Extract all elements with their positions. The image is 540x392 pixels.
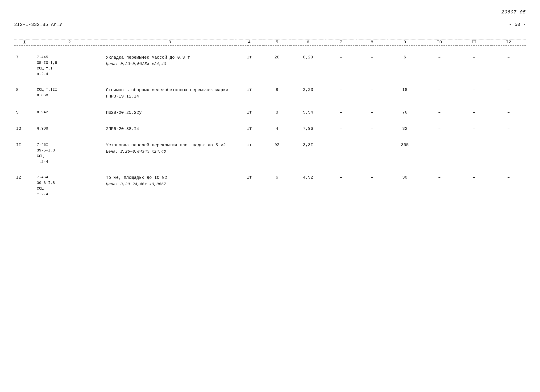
row-col7: –: [325, 124, 356, 134]
row-col11: –: [457, 173, 491, 199]
row-col8: –: [356, 86, 388, 101]
table-row: 8 ССЦ т.III л.868 Стоимость сборных желе…: [14, 86, 526, 101]
row-description: То же, площадью до IO м2 Цена: 3,29+24,4…: [104, 173, 235, 199]
row-col8: –: [356, 173, 388, 199]
table-row: II 7-45I 39-5-I,8 ССЦ т.2-4 Установка па…: [14, 141, 526, 166]
row-col7: –: [325, 53, 356, 78]
row-col7: –: [325, 86, 356, 101]
main-table-container: I 2 3 4 5 6 7: [14, 39, 526, 199]
row-ref: 7-445 38-I0-I,8 ССЦ т.I п.2-4: [35, 53, 104, 78]
col-header-2: 2: [35, 40, 104, 46]
table-row: I2 7-464 39-6-I,8 ССЦ т.2-4 То же, площа…: [14, 173, 526, 199]
row-description: 2ПР6-20.38.I4: [104, 124, 235, 134]
row-description: Установка панелей перекрытия пло- щадью …: [104, 141, 235, 166]
col-header-5: 5: [263, 40, 291, 46]
row-col8: –: [356, 53, 388, 78]
row-col8: –: [356, 141, 388, 166]
table-row: 9 л.942 ПШ28-20.25.22у шт 8 9,54 – – 76 …: [14, 108, 526, 117]
page-number: 20807-05: [14, 10, 526, 15]
column-header-row: I 2 3 4 5 6 7: [14, 40, 526, 46]
row-description: ПШ28-20.25.22у: [104, 108, 235, 117]
col-header-9: 9: [387, 40, 422, 46]
row-col10: –: [422, 124, 457, 134]
row-number: 8: [14, 86, 35, 101]
row-col11: –: [457, 86, 491, 101]
row-price: 0,29: [291, 53, 325, 78]
row-number: 7: [14, 53, 35, 78]
row-qty: 8: [263, 86, 291, 101]
row-price: 4,92: [291, 173, 325, 199]
row-qty: 8: [263, 108, 291, 117]
row-description: Укладка перемычек массой до 0,3 т Цена: …: [104, 53, 235, 78]
col-header-7: 7: [325, 40, 356, 46]
col-header-6: 6: [291, 40, 325, 46]
row-col7: –: [325, 173, 356, 199]
col-header-4: 4: [235, 40, 263, 46]
table-row: 7 7-445 38-I0-I,8 ССЦ т.I п.2-4 Укладка …: [14, 53, 526, 78]
row-col8: –: [356, 108, 388, 117]
doc-title: 2I2-I-332.85 Ал.У: [14, 22, 62, 27]
row-price: 3,3I: [291, 141, 325, 166]
row-number: IO: [14, 124, 35, 134]
main-table: I 2 3 4 5 6 7: [14, 39, 526, 199]
row-col9: 30: [387, 173, 422, 199]
row-description: Стоимость сборных железобетонных перемыч…: [104, 86, 235, 101]
row-unit: шт: [235, 53, 263, 78]
row-ref: л.942: [35, 108, 104, 117]
table-row: IO л.908 2ПР6-20.38.I4 шт 4 7,96 – – 32 …: [14, 124, 526, 134]
row-qty: 92: [263, 141, 291, 166]
row-col12: –: [491, 108, 526, 117]
row-number: I2: [14, 173, 35, 199]
row-col7: –: [325, 141, 356, 166]
row-col9: I8: [387, 86, 422, 101]
row-unit: шт: [235, 173, 263, 199]
row-price: 7,96: [291, 124, 325, 134]
row-col11: –: [457, 124, 491, 134]
row-col9: 6: [387, 53, 422, 78]
doc-header: 2I2-I-332.85 Ал.У - 50 -: [14, 22, 526, 27]
row-col11: –: [457, 141, 491, 166]
row-col12: –: [491, 173, 526, 199]
row-col9: 76: [387, 108, 422, 117]
row-col9: 32: [387, 124, 422, 134]
row-number: 9: [14, 108, 35, 117]
col-header-11: II: [457, 40, 491, 46]
row-ref: 7-45I 39-5-I,8 ССЦ т.2-4: [35, 141, 104, 166]
row-ref: л.908: [35, 124, 104, 134]
row-unit: шт: [235, 124, 263, 134]
separator-line: [14, 37, 526, 37]
row-qty: 20: [263, 53, 291, 78]
row-price: 9,54: [291, 108, 325, 117]
page-indicator: - 50 -: [509, 22, 526, 27]
col-header-1: I: [14, 40, 35, 46]
row-qty: 6: [263, 173, 291, 199]
row-col9: 305: [387, 141, 422, 166]
col-header-12: I2: [491, 40, 526, 46]
row-col12: –: [491, 124, 526, 134]
row-col10: –: [422, 53, 457, 78]
row-col10: –: [422, 108, 457, 117]
col-header-3: 3: [104, 40, 235, 46]
row-col11: –: [457, 53, 491, 78]
row-ref: 7-464 39-6-I,8 ССЦ т.2-4: [35, 173, 104, 199]
row-price: 2,23: [291, 86, 325, 101]
row-col8: –: [356, 124, 388, 134]
row-col10: –: [422, 173, 457, 199]
row-ref: ССЦ т.III л.868: [35, 86, 104, 101]
row-unit: шт: [235, 108, 263, 117]
row-unit: шт: [235, 141, 263, 166]
row-col12: –: [491, 53, 526, 78]
row-col7: –: [325, 108, 356, 117]
row-qty: 4: [263, 124, 291, 134]
row-col12: –: [491, 141, 526, 166]
row-unit: шт: [235, 86, 263, 101]
row-col10: –: [422, 86, 457, 101]
row-col12: –: [491, 86, 526, 101]
row-number: II: [14, 141, 35, 166]
col-header-10: IO: [422, 40, 457, 46]
row-col10: –: [422, 141, 457, 166]
col-header-8: 8: [356, 40, 388, 46]
row-col11: –: [457, 108, 491, 117]
